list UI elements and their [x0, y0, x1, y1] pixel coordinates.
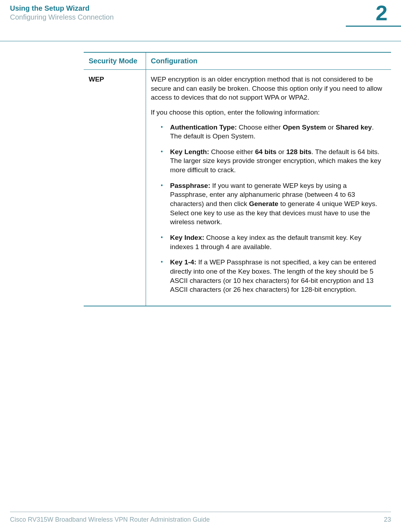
page-subtitle: Configuring Wireless Connection	[10, 13, 114, 21]
config-intro: WEP encryption is an older encryption me…	[151, 75, 386, 102]
text: Choose either	[209, 148, 255, 156]
text: Choose either	[237, 123, 283, 131]
col-header-config: Configuration	[146, 52, 391, 70]
chapter-number: 2	[376, 2, 391, 24]
label-auth-type: Authentication Type:	[170, 123, 237, 131]
bold-open-system: Open System	[283, 123, 326, 131]
footer-guide-title: Cisco RV315W Broadband Wireless VPN Rout…	[10, 516, 210, 523]
cell-mode: WEP	[84, 70, 146, 306]
footer-page-number: 23	[384, 516, 391, 523]
footer-divider	[10, 512, 391, 512]
label-key-length: Key Length:	[170, 148, 209, 156]
list-item-key-length: Key Length: Choose either 64 bits or 128…	[160, 147, 386, 175]
bold-64-bits: 64 bits	[255, 148, 276, 156]
list-item-auth: Authentication Type: Choose either Open …	[160, 123, 386, 141]
label-passphrase: Passphrase:	[170, 182, 210, 189]
text: or	[276, 148, 286, 156]
config-subintro: If you choose this option, enter the fol…	[151, 108, 386, 117]
cell-config: WEP encryption is an older encryption me…	[146, 70, 391, 306]
label-key-1-4: Key 1-4:	[170, 258, 197, 266]
label-key-index: Key Index:	[170, 234, 204, 241]
bold-generate: Generate	[249, 200, 278, 207]
table-row: WEP WEP encryption is an older encryptio…	[84, 70, 391, 306]
col-header-mode: Security Mode	[84, 52, 146, 70]
bold-shared-key: Shared key	[336, 123, 372, 131]
security-mode-table: Security Mode Configuration WEP WEP encr…	[84, 52, 391, 306]
text: If a WEP Passphrase is not specified, a …	[170, 258, 376, 293]
page-title: Using the Setup Wizard	[10, 4, 114, 12]
tab-mark	[346, 26, 401, 27]
list-item-key-index: Key Index: Choose a key index as the def…	[160, 233, 386, 251]
list-item-key-1-4: Key 1-4: If a WEP Passphrase is not spec…	[160, 258, 386, 294]
text: or	[326, 123, 335, 131]
bold-128-bits: 128 bits	[286, 148, 312, 156]
list-item-passphrase: Passphrase: If you want to generate WEP …	[160, 181, 386, 227]
